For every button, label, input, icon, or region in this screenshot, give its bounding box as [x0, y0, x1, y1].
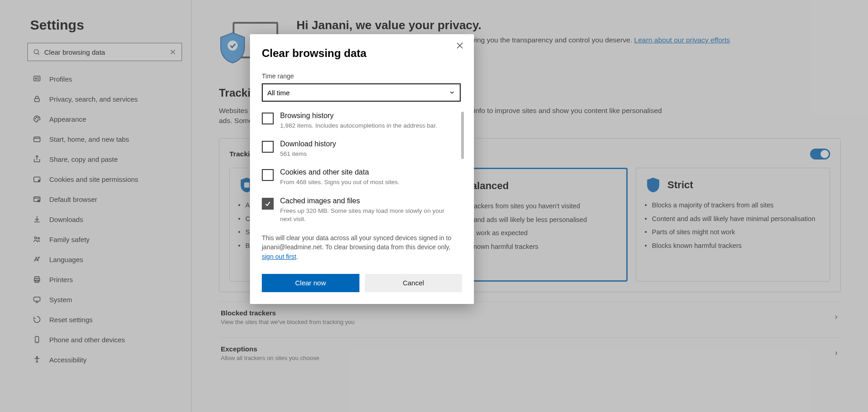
checkbox[interactable] — [262, 141, 274, 153]
checkbox[interactable] — [262, 113, 274, 124]
option-subtitle: 561 items — [280, 150, 336, 158]
option-title: Cookies and other site data — [280, 168, 400, 176]
time-range-value: All time — [267, 89, 290, 97]
option-subtitle: Frees up 320 MB. Some sites may load mor… — [280, 207, 456, 223]
dialog-foot-note: This will clear your data across all you… — [262, 233, 462, 261]
sign-out-link[interactable]: sign out first — [262, 253, 296, 260]
option-cached[interactable]: Cached images and files Frees up 320 MB.… — [262, 197, 456, 223]
checkbox[interactable] — [262, 169, 274, 181]
options-scrollbar[interactable] — [461, 112, 464, 159]
checkbox-checked[interactable] — [262, 198, 274, 210]
option-title: Download history — [280, 140, 336, 148]
time-range-label: Time range — [262, 72, 462, 80]
option-title: Cached images and files — [280, 197, 456, 205]
time-range-select[interactable]: All time — [262, 83, 461, 102]
chevron-down-icon — [449, 89, 455, 96]
clear-options-list: Browsing history 1,982 items. Includes a… — [262, 112, 462, 223]
dialog-button-row: Clear now Cancel — [262, 274, 462, 292]
clear-now-button[interactable]: Clear now — [262, 274, 359, 292]
close-dialog-button[interactable] — [456, 41, 466, 52]
option-cookies[interactable]: Cookies and other site data From 468 sit… — [262, 168, 456, 186]
option-download-history[interactable]: Download history 561 items — [262, 140, 456, 158]
option-subtitle: 1,982 items. Includes autocompletions in… — [280, 122, 437, 130]
option-browsing-history[interactable]: Browsing history 1,982 items. Includes a… — [262, 112, 456, 130]
cancel-button[interactable]: Cancel — [365, 274, 463, 292]
option-title: Browsing history — [280, 112, 437, 120]
clear-browsing-data-dialog: Clear browsing data Time range All time … — [250, 34, 474, 304]
dialog-title: Clear browsing data — [262, 47, 462, 60]
option-subtitle: From 468 sites. Signs you out of most si… — [280, 178, 400, 186]
